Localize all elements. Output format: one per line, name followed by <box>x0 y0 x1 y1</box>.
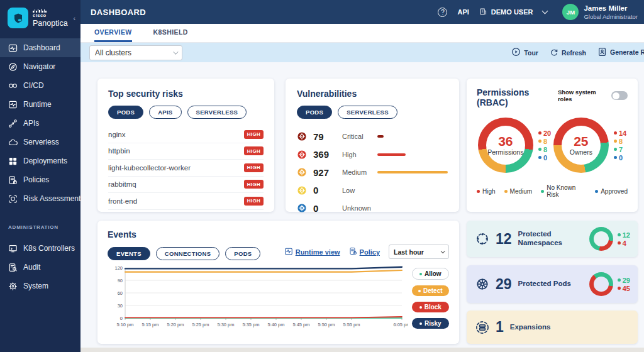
pods-wheel-icon <box>475 277 489 291</box>
risk-row[interactable]: light-kubecollector-workerHIGH <box>108 160 264 177</box>
sidebar-item-audit[interactable]: Audit <box>0 258 80 277</box>
vulnerability-row[interactable]: 369High <box>297 146 448 164</box>
sidebar-item-ci-cd[interactable]: CI/CD <box>0 76 80 95</box>
sidebar-item-label: Audit <box>23 263 40 272</box>
risks-tab-apis[interactable]: APIS <box>149 106 181 119</box>
tenant-selector[interactable]: DEMO USER <box>479 8 550 17</box>
stat-value: 29 <box>496 276 512 293</box>
deployments-icon <box>8 157 18 166</box>
legend-value: 8 <box>614 138 626 145</box>
generate-report-button[interactable]: Generate Report <box>597 47 639 58</box>
sidebar-item-deployments[interactable]: Deployments <box>0 151 80 170</box>
svg-text:5:55 pm: 5:55 pm <box>343 322 360 327</box>
stat-donut-chart <box>589 272 613 296</box>
protected-pods-card[interactable]: 29Protected Pods2945 <box>467 265 638 303</box>
policy-link[interactable]: Policy <box>349 247 380 256</box>
brand-name: Panoptica <box>33 19 68 28</box>
svg-text:120: 120 <box>114 265 123 271</box>
help-icon[interactable]: ? <box>438 8 447 17</box>
tab-k8shield[interactable]: K8SHIELD <box>153 24 188 42</box>
sidebar-item-runtime[interactable]: Runtime <box>0 95 80 114</box>
sidebar: cisco Panoptica ‹ DashboardNavigatorCI/C… <box>0 0 80 352</box>
tour-button[interactable]: Tour <box>511 47 538 58</box>
sidebar-item-serverless[interactable]: Serverless <box>0 133 80 151</box>
user-name: James Miller <box>584 4 638 13</box>
events-legend-block[interactable]: Block <box>412 302 449 312</box>
filter-bar: All clusters Tour Refresh Generate Repor… <box>80 43 644 62</box>
vulnerability-row[interactable]: 79Critical <box>297 128 448 146</box>
top-security-risks-card: Top security risks PODSAPISSERVERLESS ng… <box>97 79 274 212</box>
tenant-name: DEMO USER <box>491 8 533 16</box>
cluster-select[interactable]: All clusters <box>89 45 182 60</box>
vulnerability-row[interactable]: 0Low <box>297 182 448 200</box>
toggle-label: Show system roles <box>558 89 608 102</box>
policy-label: Policy <box>360 248 380 256</box>
protected-namespaces-card[interactable]: 12Protected Namespaces124 <box>467 221 638 257</box>
vulnerability-label: Critical <box>342 133 377 140</box>
sidebar-item-dashboard[interactable]: Dashboard <box>0 38 80 57</box>
events-tab-events[interactable]: EVENTS <box>108 247 150 260</box>
tab-overview[interactable]: OVERVIEW <box>94 24 132 42</box>
svg-text:5:50 pm: 5:50 pm <box>318 322 335 327</box>
navigator-icon <box>8 62 18 72</box>
chevron-down-icon <box>542 8 548 14</box>
risk-row[interactable]: httpbinHIGH <box>108 143 264 160</box>
refresh-button[interactable]: Refresh <box>550 48 586 58</box>
donut-value: 25 <box>574 135 588 148</box>
card-title: Vulnerabilities <box>297 89 448 99</box>
sidebar-item-label: CI/CD <box>23 81 44 90</box>
events-card: Events EVENTSCONNECTIONSPODS Runtime vie… <box>97 221 459 344</box>
sidebar-item-policies[interactable]: Policies <box>0 170 80 189</box>
owners-donut-chart[interactable]: 25Owners <box>553 118 609 173</box>
events-tab-pods[interactable]: PODS <box>225 247 260 260</box>
risk-row[interactable]: front-endHIGH <box>108 193 264 210</box>
events-line-chart: 03060901205:10 pm5:15 pm5:20 pm5:25 pm5:… <box>108 263 408 336</box>
show-system-roles-toggle[interactable] <box>611 91 628 100</box>
sidebar-collapse-icon[interactable]: ‹ <box>74 14 76 22</box>
k8s-controllers-icon <box>8 244 18 253</box>
sidebar-nav-admin: K8s ControllersAuditSystem <box>0 239 80 295</box>
vulnerability-count: 369 <box>313 149 342 160</box>
runtime-view-label: Runtime view <box>296 248 340 256</box>
refresh-icon <box>550 48 558 58</box>
stat-label: Protected Namespaces <box>518 230 576 248</box>
svg-text:60: 60 <box>118 290 123 296</box>
vulns-tab-serverless[interactable]: SERVERLESS <box>338 106 397 119</box>
vulnerability-row[interactable]: 927Medium <box>297 163 448 182</box>
permissions-donut-chart[interactable]: 36Permissions <box>478 118 533 173</box>
vulns-tab-pods[interactable]: PODS <box>297 106 332 119</box>
vulnerability-row[interactable]: 0Unknown <box>297 199 448 217</box>
severity-badge: HIGH <box>244 130 264 139</box>
sidebar-item-navigator[interactable]: Navigator <box>0 57 80 76</box>
svg-text:5:30 pm: 5:30 pm <box>217 322 234 327</box>
sidebar-item-risk-assessment[interactable]: Risk Assessment <box>0 189 80 208</box>
events-legend-risky[interactable]: Risky <box>412 318 449 329</box>
risk-row[interactable]: rabbitmqHIGH <box>108 177 264 194</box>
legend-item-approved: Approved <box>595 184 628 198</box>
legend-value: 12 <box>618 231 630 239</box>
risks-tab-serverless[interactable]: SERVERLESS <box>187 106 247 119</box>
api-link[interactable]: API <box>457 8 469 16</box>
user-menu[interactable]: JM James Miller Global Administrator <box>560 4 638 20</box>
events-legend-detect[interactable]: Detect <box>412 285 449 296</box>
legend-value: 7 <box>614 146 626 153</box>
time-range-select[interactable]: Last hour <box>389 245 449 259</box>
runtime-view-link[interactable]: Runtime view <box>284 247 340 257</box>
expansions-card[interactable]: 1Expansions <box>467 311 638 344</box>
cisco-wordmark: cisco <box>33 13 68 18</box>
expansions-icon <box>475 321 489 334</box>
sidebar-item-label: Serverless <box>23 138 59 146</box>
chevron-down-icon <box>173 49 178 54</box>
sidebar-item-system[interactable]: System <box>0 277 80 295</box>
events-legend-allow[interactable]: Allow <box>412 268 449 280</box>
sidebar-item-k8s-controllers[interactable]: K8s Controllers <box>0 239 80 258</box>
svg-text:5:15 pm: 5:15 pm <box>142 322 158 327</box>
vulnerability-label: Unknown <box>342 204 377 212</box>
events-tab-connections[interactable]: CONNECTIONS <box>156 247 220 260</box>
risk-row[interactable]: nginxHIGH <box>108 126 264 143</box>
dashboard-icon <box>8 43 18 53</box>
system-icon <box>8 282 18 291</box>
risks-tab-pods[interactable]: PODS <box>108 106 143 119</box>
sidebar-item-apis[interactable]: APIs <box>0 114 80 133</box>
card-title: Events <box>108 229 449 239</box>
